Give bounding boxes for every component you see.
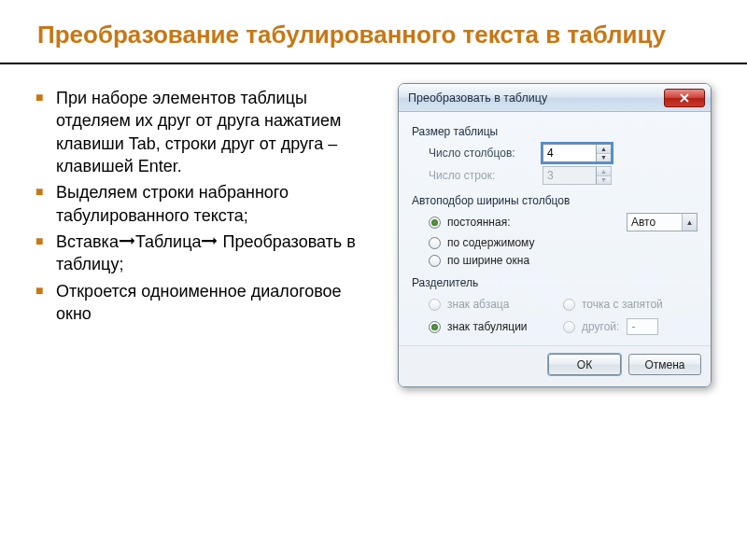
- convert-to-table-dialog: Преобразовать в таблицу Размер таблицы Ч…: [398, 83, 712, 387]
- sep-paragraph-label: знак абзаца: [447, 298, 509, 311]
- autofit-fixed-label: постоянная:: [447, 216, 510, 229]
- sep-semicolon-row[interactable]: точка с запятой: [563, 298, 698, 311]
- sep-other-row[interactable]: другой:: [563, 318, 698, 335]
- group-separator: Разделитель: [412, 276, 698, 289]
- spin-down-icon[interactable]: ▼: [597, 154, 611, 162]
- separator-grid: знак абзаца точка с запятой знак табуляц…: [429, 295, 698, 338]
- rows-stepper: ▲ ▼: [543, 166, 612, 185]
- columns-stepper[interactable]: ▲ ▼: [543, 144, 612, 162]
- sep-paragraph-row[interactable]: знак абзаца: [429, 298, 563, 311]
- radio-icon: [429, 237, 441, 249]
- radio-icon: [563, 321, 575, 333]
- title-divider: [0, 63, 747, 64]
- rows-row: Число строк: ▲ ▼: [429, 166, 698, 185]
- spin-up-icon: ▲: [597, 167, 611, 176]
- bullet-item: Откроется одноименное диалоговое окно: [35, 280, 379, 326]
- slide-title: Преобразование табулированного текста в …: [37, 21, 710, 49]
- autofit-fixed-row[interactable]: постоянная: Авто ▲: [429, 213, 698, 231]
- cancel-button[interactable]: Отмена: [628, 354, 701, 375]
- group-table-size: Размер таблицы: [412, 125, 698, 138]
- rows-input: [543, 167, 596, 184]
- group-autofit: Автоподбор ширины столбцов: [412, 194, 698, 207]
- bullet-item: Выделяем строки набранного табулированно…: [35, 181, 379, 227]
- bullet-item: Вставка🠖Таблица🠖 Преобразовать в таблицу…: [35, 231, 379, 276]
- spin-down-icon: ▼: [597, 176, 611, 185]
- fixed-width-value: Авто: [627, 214, 682, 231]
- dialog-titlebar[interactable]: Преобразовать в таблицу: [399, 84, 711, 112]
- sep-other-input: [627, 318, 658, 335]
- radio-icon: [429, 217, 441, 229]
- close-icon: [680, 93, 689, 103]
- radio-icon: [429, 255, 441, 267]
- ok-button[interactable]: ОК: [548, 354, 621, 375]
- bullet-item: При наборе элементов таблицы отделяем их…: [35, 87, 379, 177]
- sep-tab-label: знак табуляции: [447, 320, 528, 333]
- columns-label: Число столбцов:: [429, 147, 543, 160]
- slide-title-area: Преобразование табулированного текста в …: [0, 0, 747, 63]
- sep-other-label: другой:: [582, 320, 619, 333]
- slide: Преобразование табулированного текста в …: [0, 0, 747, 560]
- spin-up-icon[interactable]: ▲: [597, 145, 611, 154]
- rows-label: Число строк:: [429, 169, 543, 182]
- slide-content: При наборе элементов таблицы отделяем их…: [0, 81, 747, 387]
- autofit-window-label: по ширине окна: [447, 254, 529, 267]
- radio-icon: [429, 299, 441, 311]
- autofit-content-label: по содержимому: [447, 236, 534, 249]
- dialog-illustration: Преобразовать в таблицу Размер таблицы Ч…: [398, 81, 712, 387]
- sep-tab-row[interactable]: знак табуляции: [429, 318, 563, 335]
- spin-up-icon[interactable]: ▲: [682, 214, 697, 231]
- fixed-width-combo[interactable]: Авто ▲: [627, 213, 698, 231]
- columns-input[interactable]: [543, 145, 596, 161]
- close-button[interactable]: [664, 89, 705, 107]
- autofit-content-row[interactable]: по содержимому: [429, 236, 698, 249]
- radio-icon: [429, 321, 441, 333]
- radio-icon: [563, 299, 575, 311]
- dialog-body: Размер таблицы Число столбцов: ▲ ▼ Число: [399, 112, 711, 345]
- sep-semicolon-label: точка с запятой: [582, 298, 663, 311]
- dialog-buttons: ОК Отмена: [399, 345, 711, 386]
- bullet-list: При наборе элементов таблицы отделяем их…: [35, 81, 379, 387]
- columns-row: Число столбцов: ▲ ▼: [429, 144, 698, 162]
- dialog-title: Преобразовать в таблицу: [408, 91, 664, 105]
- autofit-window-row[interactable]: по ширине окна: [429, 254, 698, 267]
